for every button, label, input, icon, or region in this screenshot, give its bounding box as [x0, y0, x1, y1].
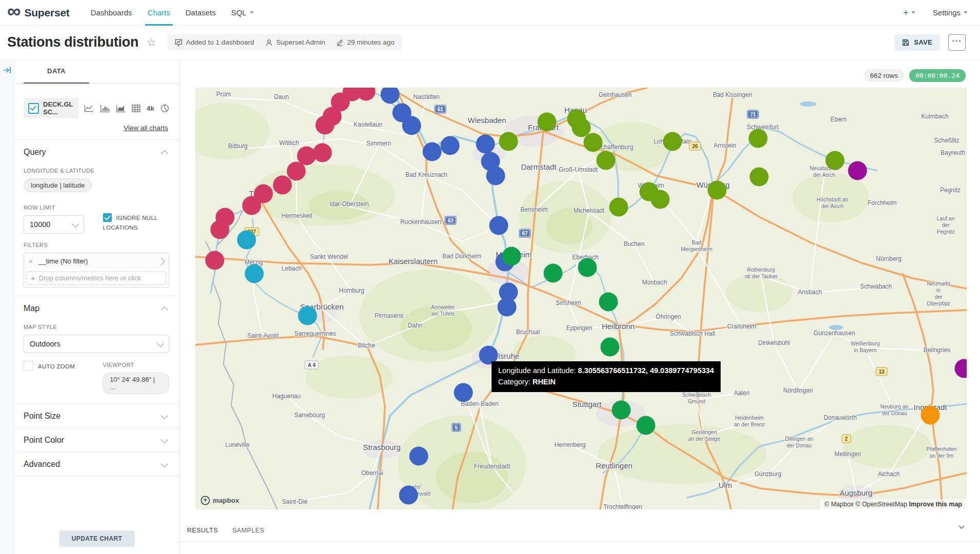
map-section-title: Map	[24, 304, 39, 313]
map-point[interactable]	[848, 161, 867, 180]
more-options-button[interactable]: ···	[948, 34, 966, 51]
map-point[interactable]	[599, 293, 618, 312]
close-icon[interactable]: ×	[29, 257, 33, 265]
filter-drop-zone[interactable]: + Drop columns/metrics here or click	[26, 271, 167, 285]
query-section-title: Query	[24, 148, 46, 157]
filter-chip[interactable]: × __time (No filter)	[24, 253, 169, 269]
map-point[interactable]	[578, 258, 597, 277]
favorite-star-icon[interactable]: ☆	[147, 36, 156, 49]
map-style-label: MAP STYLE	[24, 324, 169, 330]
nav-item-sql[interactable]: SQL	[223, 0, 261, 25]
map-tooltip: Longitude and Latitude: 8.30556376651173…	[492, 361, 721, 392]
map-point[interactable]	[612, 401, 631, 420]
map-point[interactable]	[242, 196, 261, 215]
map-point[interactable]	[502, 247, 521, 266]
navbar: ∞ Superset DashboardsChartsDatasetsSQL +…	[0, 0, 980, 26]
road-shield: 2	[842, 435, 851, 443]
nav-item-datasets[interactable]: Datasets	[178, 0, 223, 25]
map-point[interactable]	[402, 116, 421, 135]
chart-meta-pill: Added to 1 dashboardSuperset Admin29 min…	[168, 34, 401, 50]
update-chart-button[interactable]: UPDATE CHART	[59, 530, 135, 547]
viz-4k-badge[interactable]: 4k	[147, 105, 154, 112]
pie-chart-icon[interactable]	[160, 104, 169, 113]
map-canvas[interactable]: Longitude and Latitude: 8.30556376651173…	[195, 88, 967, 509]
nav-item-dashboards[interactable]: Dashboards	[83, 0, 140, 25]
map-style-select[interactable]: Outdoors	[24, 335, 169, 353]
collapse-results-icon[interactable]	[957, 523, 966, 531]
filters-box: × __time (No filter) + Drop columns/metr…	[24, 253, 169, 288]
brand-name[interactable]: Superset	[24, 7, 69, 19]
map-point[interactable]	[476, 135, 495, 154]
map-point[interactable]	[921, 406, 940, 425]
map-point[interactable]	[544, 264, 563, 283]
map-point[interactable]	[245, 264, 264, 283]
line-chart-icon[interactable]	[84, 105, 94, 112]
rowlimit-select[interactable]: 10000	[24, 215, 84, 234]
row-count-badge: 662 rows	[864, 69, 904, 82]
map-point[interactable]	[499, 132, 518, 151]
map-point[interactable]	[298, 306, 317, 325]
map-point[interactable]	[486, 167, 505, 186]
map-point[interactable]	[454, 383, 473, 402]
auto-zoom-checkbox[interactable]	[24, 361, 33, 371]
map-point[interactable]	[637, 416, 656, 435]
tab-samples[interactable]: SAMPLES	[232, 527, 264, 534]
chevron-down-icon	[964, 11, 968, 16]
map-point[interactable]	[273, 176, 292, 195]
chevron-down-icon	[161, 436, 168, 443]
map-point[interactable]	[708, 181, 727, 200]
map-point[interactable]	[749, 129, 768, 148]
road-shield: 67	[519, 230, 530, 237]
section-point-size[interactable]: Point Size	[24, 404, 169, 427]
rowlimit-field: ROW LIMIT 10000	[24, 200, 84, 234]
save-button[interactable]: SAVE	[894, 34, 940, 51]
section-advanced[interactable]: Advanced	[24, 452, 169, 476]
map-point[interactable]	[287, 162, 306, 181]
map-point[interactable]	[826, 151, 845, 170]
new-item-button[interactable]: +	[903, 7, 915, 18]
ignore-null-field: IGNORE NULL LOCATIONS	[103, 200, 169, 234]
table-icon[interactable]	[132, 105, 140, 112]
pencil-icon[interactable]	[336, 39, 343, 46]
collapse-panel-icon[interactable]	[3, 66, 11, 74]
query-section-header[interactable]: Query	[24, 140, 169, 163]
map-point[interactable]	[597, 151, 616, 170]
map-point[interactable]	[601, 338, 620, 357]
map-point[interactable]	[206, 251, 224, 270]
settings-menu[interactable]: Settings	[933, 8, 968, 17]
map-point[interactable]	[316, 116, 335, 135]
viewport-chip[interactable]: 10° 24' 49.86" | ...	[103, 373, 169, 394]
map-point[interactable]	[609, 198, 628, 217]
map-point[interactable]	[663, 132, 682, 151]
viz-type-chip[interactable]: DECK.GL SC...	[24, 98, 78, 118]
improve-map-link[interactable]: Improve this map	[909, 501, 963, 508]
map-section-header[interactable]: Map	[24, 296, 169, 320]
map-point[interactable]	[237, 231, 256, 250]
map-point[interactable]	[399, 486, 418, 505]
area-chart-icon[interactable]	[116, 105, 126, 112]
lonlat-chip[interactable]: longitude | latitude	[24, 178, 92, 192]
tab-data[interactable]: DATA	[24, 59, 89, 84]
ignore-null-checkbox[interactable]	[103, 213, 112, 222]
map-point[interactable]	[651, 190, 670, 209]
map-point[interactable]	[410, 447, 428, 466]
map-point[interactable]	[423, 142, 442, 161]
meta-dashboard: Added to 1 dashboard	[175, 38, 254, 46]
map-point[interactable]	[538, 113, 557, 132]
status-row: 662 rows 00:00:00.24	[864, 69, 966, 82]
view-all-charts-link[interactable]: View all charts	[24, 124, 168, 132]
map-point[interactable]	[489, 216, 508, 235]
tab-results[interactable]: RESULTS	[187, 527, 218, 534]
map-point[interactable]	[211, 220, 230, 239]
mapbox-logo[interactable]: mapbox	[200, 496, 239, 505]
nav-item-charts[interactable]: Charts	[140, 0, 178, 25]
map-point[interactable]	[498, 298, 517, 317]
map-point[interactable]	[313, 143, 332, 162]
map-point[interactable]	[441, 136, 460, 155]
plus-icon: +	[31, 274, 35, 282]
map-point[interactable]	[584, 133, 603, 152]
section-point-color[interactable]: Point Color	[24, 428, 169, 452]
map-point[interactable]	[750, 168, 769, 187]
bar-chart-icon[interactable]	[100, 105, 110, 112]
results-panel: RESULTSSAMPLES	[180, 519, 980, 542]
